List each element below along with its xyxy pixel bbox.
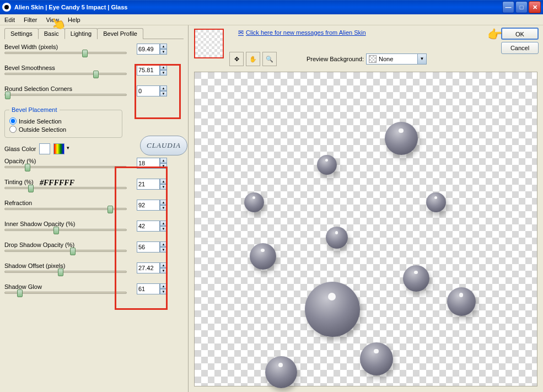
spin-up[interactable]: ▲: [160, 158, 167, 163]
spin-down[interactable]: ▼: [160, 205, 167, 211]
outside-selection-label: Outside Selection: [19, 126, 66, 133]
glass-color-swatch[interactable]: [39, 143, 50, 154]
menu-bar: Edit Filter View Help: [0, 14, 543, 25]
spin-down[interactable]: ▼: [160, 184, 167, 190]
chevron-down-icon: ▼: [417, 54, 426, 64]
round-corners-input[interactable]: [137, 85, 160, 96]
refraction-slider[interactable]: [4, 208, 127, 210]
bevel-width-input[interactable]: [137, 44, 160, 55]
inner-shadow-input[interactable]: [137, 221, 160, 232]
title-bar: Alien Skin | Eye Candy 5 Impact | Glass …: [0, 0, 543, 14]
maximize-button[interactable]: □: [515, 1, 528, 13]
palette-icon[interactable]: [53, 143, 64, 154]
spin-down[interactable]: ▼: [160, 289, 167, 294]
inside-selection-label: Inside Selection: [19, 118, 62, 125]
hand-pointer-icon: 👉: [487, 28, 502, 42]
menu-help[interactable]: Help: [68, 17, 80, 23]
spin-up[interactable]: ▲: [160, 44, 167, 49]
preview-thumbnail[interactable]: [194, 29, 224, 58]
bevel-width-slider[interactable]: [4, 52, 127, 54]
preview-panel: Click here for new messages from Alien S…: [189, 25, 543, 392]
round-corners-slider[interactable]: [4, 94, 127, 96]
hand-tool[interactable]: ✋: [246, 52, 260, 66]
transparency-icon: [369, 55, 377, 63]
cancel-button[interactable]: Cancel: [501, 42, 539, 54]
preview-canvas[interactable]: [194, 72, 537, 386]
close-button[interactable]: ✕: [529, 1, 541, 13]
opacity-input[interactable]: [137, 158, 160, 169]
tinting-input[interactable]: [137, 179, 160, 190]
spin-down[interactable]: ▼: [160, 91, 167, 96]
bevel-placement-legend: Bevel Placement: [9, 106, 60, 113]
spin-up[interactable]: ▲: [160, 262, 167, 268]
pointer-tool[interactable]: ✥: [229, 52, 244, 66]
minimize-button[interactable]: —: [502, 1, 514, 13]
spin-down[interactable]: ▼: [160, 247, 167, 253]
opacity-slider[interactable]: [4, 166, 127, 168]
settings-panel: Settings Basic Lighting Bevel Profile Be…: [0, 25, 189, 392]
spin-up[interactable]: ▲: [160, 200, 167, 205]
spin-down[interactable]: ▼: [160, 163, 167, 169]
preview-background-label: Preview Background:: [307, 56, 364, 62]
shadow-glow-slider[interactable]: [4, 292, 127, 294]
shadow-offset-slider[interactable]: [4, 271, 127, 273]
shadow-offset-input[interactable]: [137, 262, 160, 273]
spin-up[interactable]: ▲: [160, 221, 167, 226]
claudia-watermark: CLAUDIA: [140, 136, 187, 155]
drop-shadow-slider[interactable]: [4, 250, 127, 252]
ok-button[interactable]: OK: [501, 28, 539, 40]
preview-background-select[interactable]: None ▼: [366, 53, 427, 65]
menu-filter[interactable]: Filter: [24, 17, 37, 23]
spin-down[interactable]: ▼: [160, 49, 167, 55]
spin-down[interactable]: ▼: [160, 226, 167, 232]
inner-shadow-slider[interactable]: [4, 229, 127, 231]
bevel-placement-group: Bevel Placement Inside Selection Outside…: [4, 106, 122, 138]
shadow-glow-input[interactable]: [137, 283, 160, 294]
tab-settings[interactable]: Settings: [4, 28, 39, 39]
app-icon: [2, 3, 11, 12]
zoom-tool[interactable]: 🔍: [262, 52, 277, 66]
tab-lighting[interactable]: Lighting: [64, 28, 98, 39]
tinting-slider[interactable]: [4, 187, 127, 189]
spin-up[interactable]: ▲: [160, 283, 167, 289]
refraction-input[interactable]: [137, 200, 160, 211]
spin-up[interactable]: ▲: [160, 65, 167, 70]
menu-edit[interactable]: Edit: [4, 17, 15, 23]
spin-down[interactable]: ▼: [160, 70, 167, 76]
spin-up[interactable]: ▲: [160, 179, 167, 184]
inside-selection-radio[interactable]: [9, 117, 17, 125]
glass-color-label: Glass Color: [4, 146, 36, 152]
outside-selection-radio[interactable]: [9, 126, 17, 133]
bevel-smoothness-slider[interactable]: [4, 73, 127, 75]
spin-up[interactable]: ▲: [160, 85, 167, 91]
drop-shadow-input[interactable]: [137, 241, 160, 253]
tab-bevel-profile[interactable]: Bevel Profile: [97, 28, 143, 39]
spin-up[interactable]: ▲: [160, 241, 167, 247]
preview-background-value: None: [379, 56, 393, 62]
bevel-smoothness-input[interactable]: [137, 65, 160, 76]
window-title: Alien Skin | Eye Candy 5 Impact | Glass: [14, 4, 502, 10]
spin-down[interactable]: ▼: [160, 268, 167, 273]
